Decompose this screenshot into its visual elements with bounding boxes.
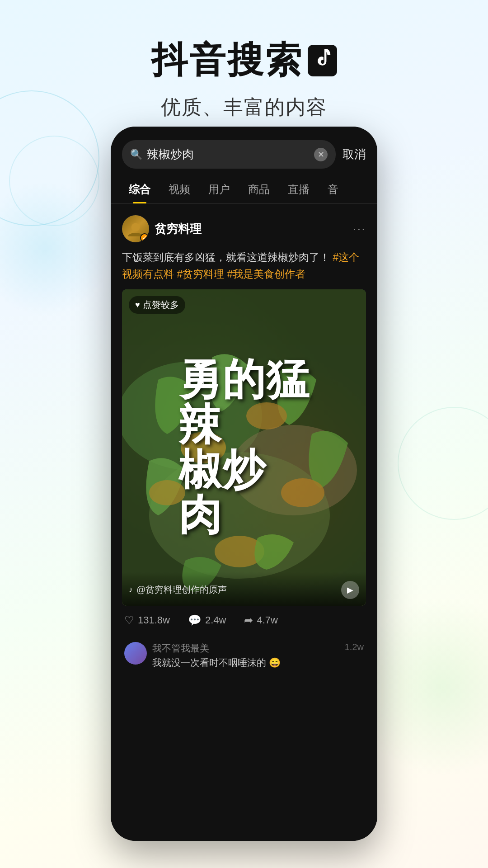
heart-stat-icon: ♡ (124, 614, 134, 627)
likes-count: 131.8w (138, 614, 170, 626)
sound-info: ♪ @贫穷料理创作的原声 (129, 584, 227, 596)
post-card: ✓ 贫穷料理 ··· 下饭菜到底有多凶猛，就看这道辣椒炒肉了！ #这个视频有点料… (111, 204, 377, 676)
search-query-text: 辣椒炒肉 (147, 146, 310, 162)
app-title-text: 抖音搜索 (151, 36, 303, 85)
content-area: ✓ 贫穷料理 ··· 下饭菜到底有多凶猛，就看这道辣椒炒肉了！ #这个视频有点料… (111, 204, 377, 841)
comment-text: 我就没一次看时不咽唾沫的 😄 (152, 656, 339, 669)
play-button[interactable]: ▶ (341, 581, 359, 599)
comment-likes: 1.2w (345, 642, 364, 652)
svg-point-0 (131, 223, 140, 231)
heart-icon: ♥ (135, 300, 140, 310)
phone-frame: 🔍 辣椒炒肉 ✕ 取消 综合 视频 用户 商品 直播 音 (111, 127, 377, 841)
likes-badge-text: 点赞较多 (143, 299, 179, 311)
comment-content: 我不管我最美 我就没一次看时不咽唾沫的 😄 (152, 642, 339, 669)
comment-stat-icon: 💬 (188, 614, 202, 627)
clear-icon: ✕ (318, 150, 324, 160)
header-section: 抖音搜索 优质、丰富的内容 (0, 0, 488, 121)
tabs-area: 综合 视频 用户 商品 直播 音 (111, 175, 377, 204)
main-title: 抖音搜索 (0, 36, 488, 85)
tab-直播[interactable]: 直播 (279, 175, 319, 203)
comment-avatar (124, 642, 147, 665)
sound-text: @贫穷料理创作的原声 (136, 584, 227, 596)
tiktok-note-icon (312, 47, 333, 69)
more-options-button[interactable]: ··· (353, 222, 366, 236)
subtitle-text: 优质、丰富的内容 (0, 94, 488, 121)
video-text-overlay: 勇的猛辣椒炒肉 (122, 289, 366, 606)
likes-badge: ♥ 点赞较多 (129, 296, 185, 314)
tab-综合[interactable]: 综合 (120, 175, 160, 203)
post-header: ✓ 贫穷料理 ··· (122, 215, 366, 242)
phone-mockup: 🔍 辣椒炒肉 ✕ 取消 综合 视频 用户 商品 直播 音 (111, 127, 377, 841)
comments-stat[interactable]: 💬 2.4w (188, 614, 226, 627)
avatar: ✓ (122, 215, 149, 242)
search-bar-area: 🔍 辣椒炒肉 ✕ 取消 (111, 127, 377, 175)
post-stats: ♡ 131.8w 💬 2.4w ➦ 4.7w (122, 606, 366, 635)
tiktok-logo-badge (308, 45, 337, 76)
hashtag-2[interactable]: #贫穷料理 (177, 268, 227, 280)
search-input-wrapper[interactable]: 🔍 辣椒炒肉 ✕ (122, 140, 336, 169)
video-thumbnail[interactable]: ♥ 点赞较多 勇的猛辣椒炒肉 (122, 289, 366, 606)
likes-stat[interactable]: ♡ 131.8w (124, 614, 170, 627)
phone-screen: 🔍 辣椒炒肉 ✕ 取消 综合 视频 用户 商品 直播 音 (111, 127, 377, 841)
shares-count: 4.7w (257, 614, 277, 626)
video-bottom-bar: ♪ @贫穷料理创作的原声 ▶ (122, 572, 366, 606)
share-stat-icon: ➦ (244, 614, 253, 627)
post-text-content: 下饭菜到底有多凶猛，就看这道辣椒炒肉了！ (122, 251, 330, 263)
play-icon: ▶ (347, 585, 353, 595)
bg-glow-left (0, 181, 113, 316)
video-content: ♥ 点赞较多 勇的猛辣椒炒肉 (122, 289, 366, 606)
author-name: 贫穷料理 (155, 221, 202, 237)
shares-stat[interactable]: ➦ 4.7w (244, 614, 277, 627)
search-icon: 🔍 (130, 149, 142, 160)
comments-count: 2.4w (205, 614, 226, 626)
cancel-button[interactable]: 取消 (343, 146, 366, 162)
hashtag-3[interactable]: #我是美食创作者 (227, 268, 306, 280)
tab-商品[interactable]: 商品 (239, 175, 279, 203)
post-author: ✓ 贫穷料理 (122, 215, 202, 242)
verified-badge: ✓ (140, 233, 149, 242)
video-overlay-text: 勇的猛辣椒炒肉 (178, 357, 310, 538)
tab-视频[interactable]: 视频 (160, 175, 199, 203)
post-text: 下饭菜到底有多凶猛，就看这道辣椒炒肉了！ #这个视频有点料 #贫穷料理 #我是美… (122, 249, 366, 283)
clear-search-button[interactable]: ✕ (314, 148, 328, 161)
bg-decoration-circle-3 (398, 407, 488, 520)
tiktok-sound-icon: ♪ (129, 585, 133, 594)
tab-用户[interactable]: 用户 (199, 175, 239, 203)
tab-音乐[interactable]: 音 (319, 175, 347, 203)
comment-author: 我不管我最美 (152, 642, 339, 655)
comment-preview: 我不管我最美 我就没一次看时不咽唾沫的 😄 1.2w (122, 635, 366, 676)
